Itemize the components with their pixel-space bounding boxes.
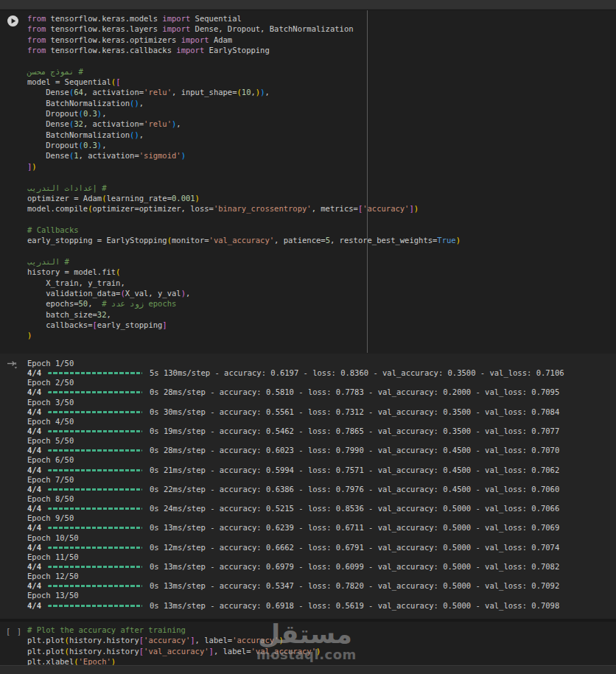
epoch-progress-line: 4/40s 22ms/step - accuracy: 0.6386 - los… — [27, 485, 613, 494]
code-editor-1[interactable]: from tensorflow.keras.models import Sequ… — [27, 13, 612, 341]
bottom-bar — [0, 665, 616, 674]
play-icon — [7, 15, 18, 27]
epoch-metrics: 0s 22ms/step - accuracy: 0.6386 - loss: … — [150, 485, 559, 494]
epoch-progress-line: 4/40s 13ms/step - accuracy: 0.5347 - los… — [27, 581, 613, 591]
epoch-metrics: 5s 130ms/step - accuracy: 0.6197 - loss:… — [150, 368, 564, 378]
execution-count-placeholder: [ ] — [6, 627, 22, 636]
epoch-steps: 4/4 — [27, 407, 41, 417]
top-bar — [0, 0, 616, 10]
editor-ruler-line — [367, 10, 368, 353]
code-line — [27, 55, 612, 66]
epoch-metrics: 0s 13ms/step - accuracy: 0.6979 - loss: … — [150, 562, 559, 572]
code-line: from tensorflow.keras.models import Sequ… — [27, 13, 612, 24]
code-line: BatchNormalization(), — [27, 98, 612, 108]
epoch-steps: 4/4 — [27, 562, 41, 572]
epoch-metrics: 0s 30ms/step - accuracy: 0.5561 - loss: … — [150, 407, 559, 417]
progress-bar — [48, 508, 142, 510]
code-line: # نموذج محسن — [27, 66, 612, 77]
epoch-progress-line: 4/45s 130ms/step - accuracy: 0.6197 - lo… — [27, 368, 613, 378]
code-line: callbacks=[early_stopping] — [27, 320, 612, 330]
epoch-metrics: 0s 13ms/step - accuracy: 0.5347 - loss: … — [150, 581, 559, 591]
code-line: epochs=50, # زود عدد epochs — [27, 298, 612, 309]
epoch-progress-line: 4/40s 12ms/step - accuracy: 0.6662 - los… — [27, 543, 613, 552]
code-line: history = model.fit( — [27, 267, 612, 277]
epoch-progress-line: 4/40s 13ms/step - accuracy: 0.6918 - los… — [27, 601, 613, 611]
epoch-steps: 4/4 — [27, 387, 41, 397]
epoch-steps: 4/4 — [27, 466, 41, 475]
epoch-progress-line: 4/40s 30ms/step - accuracy: 0.5561 - los… — [27, 407, 613, 417]
epoch-steps: 4/4 — [27, 601, 41, 611]
code-editor-2[interactable]: # Plot the accuracy after trainingplt.pl… — [27, 625, 612, 665]
progress-bar — [48, 469, 142, 471]
progress-bar — [48, 430, 142, 432]
epoch-metrics: 0s 28ms/step - accuracy: 0.5810 - loss: … — [150, 387, 559, 397]
epoch-progress-line: 4/40s 28ms/step - accuracy: 0.5810 - los… — [27, 387, 613, 397]
code-line: model.compile(optimizer=optimizer, loss=… — [27, 203, 612, 214]
epoch-label-line: Epoch 7/50 — [27, 475, 613, 485]
epoch-metrics: 0s 21ms/step - accuracy: 0.5994 - loss: … — [150, 466, 559, 475]
code-cell-2: [ ] # Plot the accuracy after trainingpl… — [0, 622, 616, 665]
code-line: from tensorflow.keras.callbacks import E… — [27, 45, 612, 55]
code-line: Dense(1, activation='sigmoid') — [27, 150, 612, 161]
code-line: # Callbacks — [27, 225, 612, 235]
epoch-metrics: 0s 13ms/step - accuracy: 0.6239 - loss: … — [150, 523, 559, 533]
code-line: ]) — [27, 161, 612, 172]
code-line: plt.plot(history.history['accuracy'], la… — [27, 635, 612, 645]
epoch-metrics: 0s 13ms/step - accuracy: 0.6918 - loss: … — [150, 601, 559, 611]
epoch-progress-line: 4/40s 13ms/step - accuracy: 0.6979 - los… — [27, 562, 613, 572]
progress-bar — [48, 547, 142, 549]
progress-bar — [48, 585, 142, 587]
run-cell-button[interactable] — [7, 15, 18, 27]
code-line: batch_size=32, — [27, 309, 612, 320]
code-line: Dropout(0.3), — [27, 108, 612, 119]
epoch-metrics: 0s 28ms/step - accuracy: 0.6023 - loss: … — [150, 446, 559, 455]
training-output-lines: Epoch 1/504/45s 130ms/step - accuracy: 0… — [27, 359, 613, 611]
epoch-progress-line: 4/40s 19ms/step - accuracy: 0.5462 - los… — [27, 426, 613, 436]
progress-bar — [48, 411, 142, 413]
code-line: # التدريب — [27, 256, 612, 267]
code-line: from tensorflow.keras.optimizers import … — [27, 35, 612, 45]
epoch-label-line: Epoch 9/50 — [27, 513, 613, 523]
epoch-label-line: Epoch 8/50 — [27, 494, 613, 504]
code-line: # Plot the accuracy after training — [27, 625, 612, 635]
epoch-label-line: Epoch 10/50 — [27, 533, 613, 543]
code-line: Dropout(0.3), — [27, 140, 612, 150]
code-line: optimizer = Adam(learning_rate=0.001) — [27, 193, 612, 203]
output-options-icon[interactable] — [7, 359, 18, 371]
epoch-progress-line: 4/40s 24ms/step - accuracy: 0.5215 - los… — [27, 504, 613, 513]
epoch-metrics: 0s 12ms/step - accuracy: 0.6662 - loss: … — [150, 543, 559, 552]
progress-bar — [48, 527, 142, 529]
epoch-steps: 4/4 — [27, 485, 41, 494]
epoch-label-line: Epoch 5/50 — [27, 436, 613, 446]
code-line: Dense(64, activation='relu', input_shape… — [27, 87, 612, 97]
progress-bar — [48, 391, 142, 393]
epoch-label-line: Epoch 13/50 — [27, 591, 613, 600]
progress-bar — [48, 449, 142, 452]
code-line: plt.xlabel('Epoch') — [27, 656, 612, 665]
epoch-progress-line: 4/40s 21ms/step - accuracy: 0.5994 - los… — [27, 466, 613, 475]
epoch-progress-line: 4/40s 28ms/step - accuracy: 0.6023 - los… — [27, 446, 613, 455]
code-line: from tensorflow.keras.layers import Dens… — [27, 24, 612, 34]
epoch-steps: 4/4 — [27, 368, 41, 378]
epoch-steps: 4/4 — [27, 426, 41, 436]
notebook-window: from tensorflow.keras.models import Sequ… — [0, 0, 616, 674]
code-line: BatchNormalization(), — [27, 130, 612, 140]
code-line: Dense(32, activation='relu'), — [27, 119, 612, 129]
code-line: early_stopping = EarlyStopping(monitor='… — [27, 235, 612, 245]
progress-bar — [48, 566, 142, 568]
epoch-metrics: 0s 19ms/step - accuracy: 0.5462 - loss: … — [150, 426, 559, 436]
code-line — [27, 172, 612, 182]
epoch-label-line: Epoch 3/50 — [27, 398, 613, 407]
epoch-label-line: Epoch 1/50 — [27, 359, 613, 368]
progress-bar — [48, 488, 142, 491]
code-line: # إعدادات التدريب — [27, 183, 612, 193]
code-line: X_train, y_train, — [27, 278, 612, 288]
epoch-steps: 4/4 — [27, 543, 41, 552]
epoch-label-line: Epoch 4/50 — [27, 417, 613, 426]
epoch-steps: 4/4 — [27, 446, 41, 455]
epoch-label-line: Epoch 11/50 — [27, 552, 613, 562]
epoch-steps: 4/4 — [27, 504, 41, 513]
epoch-steps: 4/4 — [27, 523, 41, 533]
progress-bar — [48, 372, 142, 374]
epoch-steps: 4/4 — [27, 581, 41, 591]
